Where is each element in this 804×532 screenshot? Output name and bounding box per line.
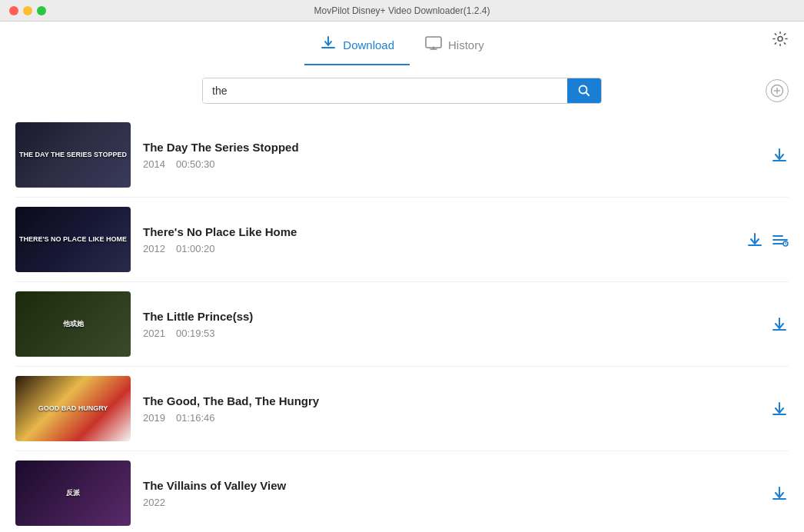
- result-meta: 202100:19:53: [143, 328, 758, 339]
- result-year: 2022: [143, 497, 165, 508]
- thumbnail-text: 反派: [63, 486, 83, 501]
- tab-history[interactable]: History: [410, 29, 500, 65]
- result-actions: [770, 315, 789, 334]
- result-item: GOOD BAD HUNGRY The Good, The Bad, The H…: [15, 367, 789, 451]
- tab-download[interactable]: Download: [304, 29, 410, 65]
- result-actions: [770, 400, 789, 418]
- add-url-button[interactable]: [766, 79, 789, 102]
- result-thumbnail: 他或她: [15, 291, 131, 357]
- tab-history-label: History: [448, 38, 484, 52]
- titlebar-buttons: [9, 6, 46, 15]
- svg-point-1: [778, 36, 782, 41]
- result-title: The Little Prince(ss): [143, 310, 758, 323]
- result-title: There's No Place Like Home: [143, 225, 733, 238]
- result-thumbnail: THE DAY THE SERIES STOPPED: [15, 122, 131, 188]
- result-info: The Good, The Bad, The Hungry 201901:16:…: [143, 394, 758, 424]
- titlebar: MovPilot Disney+ Video Downloader(1.2.4): [0, 0, 804, 22]
- settings-button[interactable]: [772, 30, 789, 51]
- result-thumbnail: GOOD BAD HUNGRY: [15, 376, 131, 441]
- thumbnail-text: GOOD BAD HUNGRY: [35, 401, 111, 417]
- search-button[interactable]: [567, 78, 601, 103]
- result-duration: 00:19:53: [176, 328, 215, 339]
- result-settings-button[interactable]: [772, 233, 789, 247]
- result-meta: 2022: [143, 497, 758, 508]
- download-tab-icon: [320, 35, 337, 55]
- search-input[interactable]: [203, 78, 567, 103]
- result-actions: [770, 146, 789, 165]
- result-info: The Day The Series Stopped 201400:50:30: [143, 141, 758, 170]
- result-info: The Little Prince(ss) 202100:19:53: [143, 310, 758, 339]
- download-button[interactable]: [770, 146, 789, 165]
- result-title: The Villains of Valley View: [143, 479, 758, 492]
- result-title: The Good, The Bad, The Hungry: [143, 394, 758, 407]
- result-actions: [746, 231, 789, 249]
- result-item: THE DAY THE SERIES STOPPED The Day The S…: [15, 113, 789, 198]
- nav-bar: Download History: [0, 22, 804, 65]
- result-thumbnail: 反派: [15, 461, 131, 526]
- history-tab-icon: [425, 36, 442, 54]
- result-actions: [770, 484, 789, 503]
- svg-rect-0: [426, 37, 441, 48]
- result-duration: 01:16:46: [176, 412, 215, 424]
- result-item: THERE'S NO PLACE LIKE HOME There's No Pl…: [15, 198, 789, 282]
- thumbnail-text: 他或她: [60, 317, 87, 332]
- result-duration: 00:50:30: [176, 158, 215, 170]
- thumbnail-text: THE DAY THE SERIES STOPPED: [16, 148, 130, 163]
- result-meta: 201901:16:46: [143, 412, 758, 424]
- result-meta: 201400:50:30: [143, 158, 758, 170]
- download-button[interactable]: [770, 484, 789, 503]
- result-duration: 01:00:20: [176, 243, 215, 254]
- tab-download-label: Download: [343, 38, 394, 52]
- download-button[interactable]: [770, 315, 789, 334]
- close-button[interactable]: [9, 6, 18, 15]
- result-year: 2019: [143, 412, 165, 424]
- minimize-button[interactable]: [23, 6, 32, 15]
- app-title: MovPilot Disney+ Video Downloader(1.2.4): [314, 5, 490, 16]
- nav-tabs: Download History: [304, 29, 499, 65]
- search-wrapper: [202, 78, 602, 104]
- result-item: 反派 The Villains of Valley View 2022: [15, 451, 789, 532]
- maximize-button[interactable]: [37, 6, 46, 15]
- download-button[interactable]: [770, 400, 789, 418]
- result-year: 2021: [143, 328, 165, 339]
- app-container: Download History: [0, 22, 804, 532]
- result-title: The Day The Series Stopped: [143, 141, 758, 154]
- result-thumbnail: THERE'S NO PLACE LIKE HOME: [15, 207, 131, 272]
- results-list: THE DAY THE SERIES STOPPED The Day The S…: [0, 113, 804, 532]
- download-button[interactable]: [746, 231, 764, 249]
- result-info: There's No Place Like Home 201201:00:20: [143, 225, 733, 254]
- result-year: 2014: [143, 158, 165, 170]
- thumbnail-text: THERE'S NO PLACE LIKE HOME: [16, 232, 130, 248]
- result-year: 2012: [143, 243, 165, 254]
- result-info: The Villains of Valley View 2022: [143, 479, 758, 508]
- result-meta: 201201:00:20: [143, 243, 733, 254]
- search-area: [0, 65, 804, 113]
- result-item: 他或她 The Little Prince(ss) 202100:19:53: [15, 282, 789, 367]
